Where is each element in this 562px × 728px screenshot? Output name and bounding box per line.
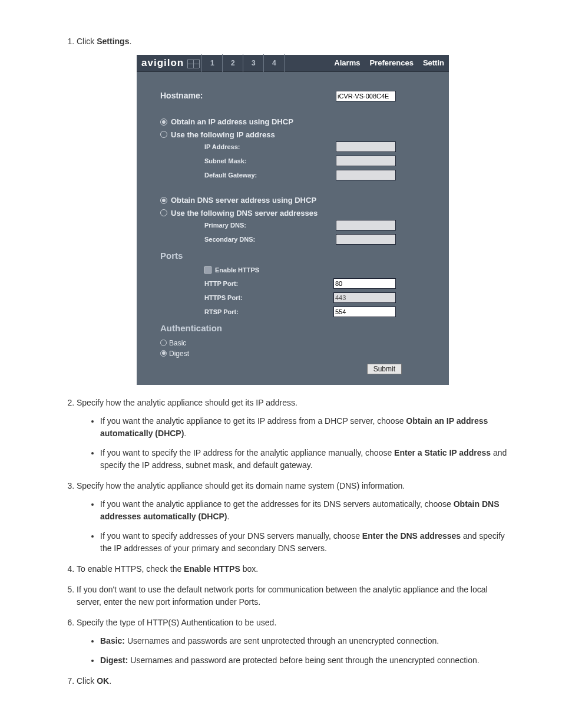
submit-button[interactable]: Submit	[367, 364, 402, 374]
ports-title: Ports	[160, 249, 437, 263]
nav-alarms[interactable]: Alarms	[329, 54, 365, 73]
ip-address-input[interactable]	[336, 141, 396, 152]
radio-icon	[160, 197, 167, 204]
rtsp-port-label: RTSP Port:	[204, 307, 310, 317]
hostname-input[interactable]	[336, 91, 396, 101]
step-3-bullet-a: If you want the analytic appliance to ge…	[100, 498, 509, 523]
grid-icon	[187, 60, 199, 68]
dns-static-option[interactable]: Use the following DNS server addresses	[160, 207, 437, 219]
nav-preferences[interactable]: Preferences	[365, 54, 418, 73]
app-content: Hostname: Obtain an IP address using DHC…	[137, 72, 449, 385]
rtsp-port-input[interactable]	[333, 307, 396, 317]
radio-icon	[160, 209, 167, 216]
tab-2[interactable]: 2	[222, 54, 243, 72]
default-gateway-input[interactable]	[336, 170, 396, 180]
radio-icon	[160, 350, 167, 357]
step-2-bullet-a: If you want the analytic appliance to ge…	[100, 415, 509, 440]
step-1-text: Click	[77, 37, 97, 46]
hostname-label: Hostname:	[160, 90, 203, 102]
auth-basic-option[interactable]: Basic	[160, 338, 437, 348]
step-1: Click Settings. avigilon 1 2 3 4 Alarms …	[77, 35, 509, 385]
auth-title: Authentication	[160, 322, 437, 335]
ip-dhcp-option[interactable]: Obtain an IP address using DHCP	[160, 116, 437, 128]
settings-screenshot: avigilon 1 2 3 4 Alarms Preferences Sett…	[137, 55, 449, 385]
http-port-label: HTTP Port:	[204, 279, 310, 289]
dns-dhcp-option[interactable]: Obtain DNS server address using DHCP	[160, 195, 437, 206]
channel-tabs: 1 2 3 4	[201, 54, 285, 72]
default-gateway-label: Default Gateway:	[204, 170, 310, 180]
brand-logo: avigilon	[137, 55, 184, 71]
radio-icon	[160, 118, 167, 126]
step-7: Click OK.	[77, 675, 509, 687]
primary-dns-label: Primary DNS:	[204, 220, 310, 230]
http-port-input[interactable]	[333, 278, 396, 289]
tab-4[interactable]: 4	[263, 54, 285, 72]
secondary-dns-label: Secondary DNS:	[204, 235, 310, 245]
step-6: Specify the type of HTTP(S) Authenticati…	[77, 617, 509, 667]
subnet-mask-input[interactable]	[336, 156, 396, 166]
step-6-bullet-b: Digest: Usernames and password are prote…	[100, 654, 509, 667]
primary-dns-input[interactable]	[336, 220, 396, 230]
auth-digest-option[interactable]: Digest	[160, 348, 437, 359]
enable-https-row[interactable]: Enable HTTPS	[204, 265, 310, 275]
checkbox-icon	[204, 266, 211, 274]
subnet-mask-label: Subnet Mask:	[204, 156, 310, 166]
nav-settings[interactable]: Settin	[418, 54, 449, 73]
ip-static-option[interactable]: Use the following IP address	[160, 129, 437, 141]
ip-address-label: IP Address:	[204, 142, 310, 152]
step-6-bullet-a: Basic: Usernames and passwords are sent …	[100, 635, 509, 647]
https-port-input[interactable]	[333, 292, 396, 303]
app-header: avigilon 1 2 3 4 Alarms Preferences Sett…	[137, 55, 449, 72]
step-2-bullet-b: If you want to specify the IP address fo…	[100, 447, 509, 472]
radio-icon	[160, 340, 167, 346]
top-nav: Alarms Preferences Settin	[329, 54, 449, 73]
https-port-label: HTTPS Port:	[204, 293, 310, 303]
step-2: Specify how the analytic appliance shoul…	[77, 397, 509, 472]
step-3: Specify how the analytic appliance shoul…	[77, 480, 509, 555]
tab-3[interactable]: 3	[243, 54, 263, 72]
radio-icon	[160, 131, 167, 138]
step-4: To enable HTTPS, check the Enable HTTPS …	[77, 563, 509, 575]
tab-1[interactable]: 1	[201, 54, 222, 72]
secondary-dns-input[interactable]	[336, 234, 396, 245]
step-3-bullet-b: If you want to specify addresses of your…	[100, 530, 509, 555]
step-1-bold: Settings	[97, 37, 129, 46]
step-5: If you don't want to use the default net…	[77, 584, 509, 608]
